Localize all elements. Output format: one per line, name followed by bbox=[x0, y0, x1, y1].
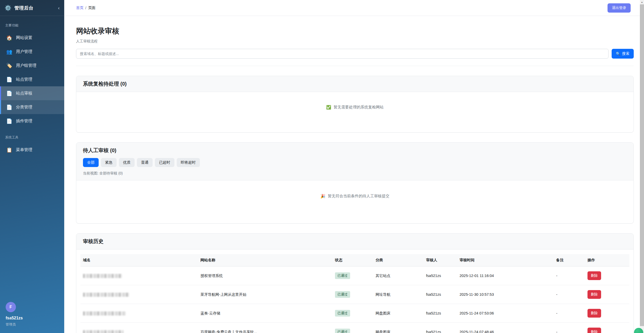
pending-card-body: 🎉 暂无符合当前条件的待人工审核提交 bbox=[76, 180, 633, 223]
recheck-card: 系统复检待处理 (0) ✅ 暂无需要处理的系统复检网站 bbox=[76, 76, 634, 133]
sidebar-item-用户管理[interactable]: 👥用户管理 bbox=[0, 45, 64, 59]
vertical-scrollbar[interactable]: ▲ ▼ bbox=[640, 0, 644, 333]
status-badge: 已通过 bbox=[335, 329, 350, 333]
column-header-0: 域名 bbox=[80, 254, 198, 266]
check-icon: ✅ bbox=[326, 105, 331, 110]
site-name: 菜牙导航网-上网从这里开始 bbox=[200, 292, 246, 297]
delete-button[interactable]: 删除 bbox=[587, 271, 601, 280]
breadcrumb: 首页 / 页面 bbox=[76, 5, 96, 10]
status-badge: 已通过 bbox=[335, 272, 350, 279]
page-icon: 📄 bbox=[6, 118, 12, 124]
sidebar-item-插件管理[interactable]: 📄插件管理 bbox=[0, 114, 64, 128]
filter-chip-全部[interactable]: 全部 bbox=[83, 158, 99, 167]
history-table-wrapper: 域名网站名称状态分类审核人审核时间备注操作 授权管理系统已通过其它站点fsa52… bbox=[76, 249, 633, 333]
search-input[interactable] bbox=[76, 49, 609, 59]
sidebar-item-用户组管理[interactable]: 🏷️用户组管理 bbox=[0, 59, 64, 72]
sidebar: ⚙️ 管理后台 ‹ 主要功能🏠网站设置👥用户管理🏷️用户组管理📄站点管理📄站点审… bbox=[0, 0, 64, 333]
app-title: 管理后台 bbox=[14, 5, 33, 11]
sidebar-item-站点管理[interactable]: 📄站点管理 bbox=[0, 72, 64, 86]
sidebar-item-label: 网站设置 bbox=[16, 35, 32, 41]
sidebar-item-label: 用户组管理 bbox=[16, 63, 36, 68]
site-name: 蓝奏·云存储 bbox=[200, 311, 220, 315]
table-header-row: 域名网站名称状态分类审核人审核时间备注操作 bbox=[80, 254, 629, 266]
sidebar-collapse-icon[interactable]: ‹ bbox=[58, 6, 60, 10]
cell-review-time: 2025-11-30 10:57:53 bbox=[457, 285, 554, 304]
cell-category: 网盘图床 bbox=[373, 323, 424, 333]
redacted-domain bbox=[83, 311, 126, 316]
column-header-5: 审核时间 bbox=[457, 254, 554, 266]
recheck-empty-state: ✅ 暂无需要处理的系统复检网站 bbox=[76, 105, 633, 110]
sidebar-item-网站设置[interactable]: 🏠网站设置 bbox=[0, 31, 64, 45]
table-row: 授权管理系统已通过其它站点fsa521zs2025-12-01 11:16:04… bbox=[80, 266, 629, 285]
sidebar-item-站点审核[interactable]: 📄站点审核 bbox=[0, 86, 64, 100]
filter-chip-已超时[interactable]: 已超时 bbox=[155, 158, 174, 167]
cell-note: - bbox=[554, 266, 585, 285]
logout-button[interactable]: 退出登录 bbox=[608, 3, 631, 13]
filter-chip-紧急[interactable]: 紧急 bbox=[101, 158, 117, 167]
search-icon: 🔍 bbox=[616, 52, 620, 56]
user-role: 管理员 bbox=[6, 322, 59, 327]
recheck-empty-message: 暂无需要处理的系统复检网站 bbox=[333, 105, 384, 110]
current-view-label: 当前视图: 全部待审核 (0) bbox=[83, 171, 627, 176]
column-header-2: 状态 bbox=[332, 254, 373, 266]
pending-empty-message: 暂无符合当前条件的待人工审核提交 bbox=[328, 194, 389, 199]
sidebar-section-label: 系统工具 bbox=[0, 128, 64, 143]
cell-review-time: 2025-12-01 11:16:04 bbox=[457, 266, 554, 285]
history-table: 域名网站名称状态分类审核人审核时间备注操作 授权管理系统已通过其它站点fsa52… bbox=[80, 254, 629, 333]
cell-actions: 删除 bbox=[585, 304, 629, 323]
page-title: 网站收录审核 bbox=[76, 26, 634, 36]
delete-button[interactable]: 删除 bbox=[587, 309, 601, 318]
cell-status: 已通过 bbox=[332, 285, 373, 304]
recheck-card-body: ✅ 暂无需要处理的系统复检网站 bbox=[76, 92, 633, 132]
breadcrumb-separator: / bbox=[85, 6, 86, 10]
users-icon: 👥 bbox=[6, 49, 12, 55]
scroll-up-icon[interactable]: ▲ bbox=[640, 0, 644, 4]
user-name: fsa521zs bbox=[6, 316, 59, 320]
recheck-card-title: 系统复检待处理 (0) bbox=[83, 81, 127, 87]
page-icon: 📄 bbox=[6, 77, 12, 82]
cell-site-name: 蓝奏·云存储 bbox=[198, 304, 332, 323]
cell-note: - bbox=[554, 323, 585, 333]
cell-review-time: 2025-11-24 07:48:46 bbox=[457, 323, 554, 333]
sidebar-nav: 主要功能🏠网站设置👥用户管理🏷️用户组管理📄站点管理📄站点审核📄分类管理📄插件管… bbox=[0, 16, 64, 157]
search-button[interactable]: 🔍 搜索 bbox=[612, 49, 634, 59]
cell-category: 网址导航 bbox=[373, 285, 424, 304]
status-badge: 已通过 bbox=[335, 310, 350, 317]
sidebar-item-菜单管理[interactable]: 📋菜单管理 bbox=[0, 143, 64, 157]
page-icon: 📄 bbox=[6, 104, 12, 110]
sidebar-spacer bbox=[0, 157, 64, 298]
avatar[interactable]: F bbox=[6, 302, 16, 312]
cell-actions: 删除 bbox=[585, 323, 629, 333]
breadcrumb-current: 页面 bbox=[88, 5, 96, 10]
redacted-domain bbox=[83, 330, 124, 333]
sidebar-user-panel: F fsa521zs 管理员 bbox=[0, 298, 64, 333]
cell-domain bbox=[80, 304, 198, 323]
delete-button[interactable]: 删除 bbox=[587, 290, 601, 299]
gear-icon: ⚙️ bbox=[5, 5, 11, 11]
cell-status: 已通过 bbox=[332, 304, 373, 323]
filter-chip-优质[interactable]: 优质 bbox=[119, 158, 135, 167]
breadcrumb-home-link[interactable]: 首页 bbox=[76, 5, 83, 10]
brand: ⚙️ 管理后台 ‹ bbox=[0, 0, 64, 16]
pending-review-card: 待人工审核 (0) 全部紧急优质普通已超时即将超时 当前视图: 全部待审核 (0… bbox=[76, 142, 634, 224]
scrollbar-thumb[interactable] bbox=[640, 4, 644, 326]
topbar: 首页 / 页面 退出登录 bbox=[64, 0, 640, 16]
sidebar-item-label: 菜单管理 bbox=[16, 147, 32, 153]
sidebar-item-分类管理[interactable]: 📄分类管理 bbox=[0, 100, 64, 114]
table-row: 菜牙导航网-上网从这里开始已通过网址导航fsa521zs2025-11-30 1… bbox=[80, 285, 629, 304]
home-icon: 🏠 bbox=[6, 35, 12, 41]
cell-actions: 删除 bbox=[585, 285, 629, 304]
filter-chip-即将超时[interactable]: 即将超时 bbox=[177, 158, 200, 167]
cell-note: - bbox=[554, 285, 585, 304]
redacted-domain bbox=[83, 274, 122, 278]
filter-chip-普通[interactable]: 普通 bbox=[137, 158, 153, 167]
sidebar-item-label: 站点审核 bbox=[16, 91, 32, 96]
cell-domain bbox=[80, 266, 198, 285]
pending-card-title: 待人工审核 (0) bbox=[83, 147, 116, 153]
status-badge: 已通过 bbox=[335, 291, 350, 298]
cell-reviewer: fsa521zs bbox=[424, 285, 457, 304]
delete-button[interactable]: 删除 bbox=[587, 328, 601, 333]
search-bar: 🔍 搜索 bbox=[76, 49, 634, 59]
cell-reviewer: fsa521zs bbox=[424, 323, 457, 333]
sidebar-item-label: 用户管理 bbox=[16, 49, 32, 54]
